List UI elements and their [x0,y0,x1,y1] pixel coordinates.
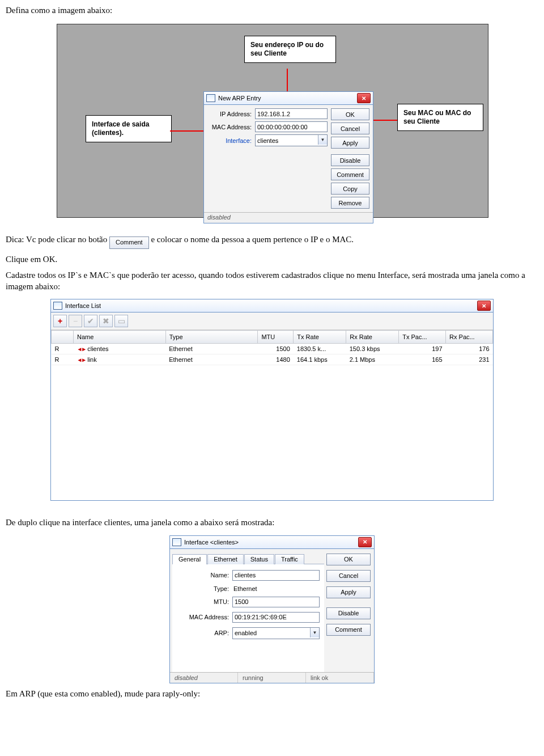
col-flag[interactable] [52,331,74,344]
arp-dialog-title: New ARP Entry [218,95,357,102]
row-rx: 2.1 Mbps [346,354,399,365]
row-rxp: 231 [446,354,493,365]
tab-status[interactable]: Status [244,554,274,564]
type-value: Ethernet [232,585,320,592]
mtu-input[interactable]: 1500 [232,597,320,607]
tip-after: e colocar o nome da pessoa a quem perten… [151,235,354,244]
arp-status: disabled [204,212,373,223]
row-name: clientes [87,345,108,352]
interface-icon: ◄► [76,346,86,352]
name-input[interactable]: clientes [232,570,320,581]
macaddr-input[interactable]: 00:19:21:9C:69:0E [232,612,320,623]
col-rxrate[interactable]: Rx Rate [346,331,399,344]
name-label: Name: [177,572,232,578]
ok-button[interactable]: OK [331,108,369,120]
interface-table[interactable]: Name Type MTU Tx Rate Rx Rate Tx Pac... … [51,330,493,365]
ifprop-title: Interface <clientes> [184,539,358,546]
arp-dialog-titlebar[interactable]: New ARP Entry ✕ [204,92,373,105]
ip-input[interactable]: 192.168.1.2 [255,108,328,119]
ifprop-status-bar: disabled running link ok [170,672,374,683]
comment-button[interactable]: Comment [331,168,369,180]
mac-label: MAC Address: [206,124,255,130]
callout-ip: Seu endereço IP ou do seu Cliente [244,36,336,63]
status-running: running [238,673,306,683]
iflist-toolbar: + − ✔ ✖ ▭ [51,312,493,330]
check-icon[interactable]: ✔ [84,315,97,327]
tip-before: Dica: Vc pode clicar no botão [6,235,109,244]
interface-label: Interface: [206,137,255,144]
iflist-title: Interface List [65,302,477,309]
window-icon [206,94,215,102]
arrow-line [170,130,205,132]
ip-label: IP Address: [206,111,255,117]
comment-button-inline[interactable]: Comment [109,236,149,249]
status-disabled: disabled [170,673,238,683]
row-type: Ethernet [165,354,258,365]
row-rx: 150.3 kbps [346,344,399,354]
row-tx: 1830.5 k... [294,344,346,354]
col-name[interactable]: Name [73,331,165,344]
dblclick-text: De duplo clique na interface clientes, u… [6,517,538,528]
tab-traffic[interactable]: Traffic [275,554,304,564]
arp-select[interactable]: enabled ▼ [232,627,320,639]
mac-input[interactable]: 00:00:00:00:00:00 [255,121,328,132]
apply-button[interactable]: Apply [326,586,371,598]
row-flag: R [52,344,74,354]
close-icon[interactable]: ✕ [477,301,491,311]
click-ok-text: Clique em OK. [6,254,538,265]
col-txrate[interactable]: Tx Rate [294,331,346,344]
row-mtu: 1480 [258,354,294,365]
row-tx: 164.1 kbps [294,354,346,365]
row-type: Ethernet [165,344,258,354]
ok-button[interactable]: OK [326,554,371,565]
macaddr-label: MAC Address: [177,614,232,620]
cancel-button[interactable]: Cancel [331,123,369,134]
close-icon[interactable]: ✕ [357,93,371,103]
remove-icon[interactable]: − [69,315,82,327]
table-row[interactable]: R ◄►clientes Ethernet 1500 1830.5 k... 1… [52,344,493,354]
table-row[interactable]: R ◄►link Ethernet 1480 164.1 kbps 2.1 Mb… [52,354,493,365]
disable-button[interactable]: Disable [326,607,371,619]
add-icon[interactable]: + [53,315,67,327]
tab-ethernet[interactable]: Ethernet [207,554,244,564]
chevron-down-icon[interactable]: ▼ [310,628,319,637]
close-icon[interactable]: ✕ [358,537,372,547]
type-label: Type: [177,585,232,592]
disable-icon[interactable]: ✖ [99,315,113,327]
callout-interface: Interface de saida (clientes). [86,115,172,142]
callout-mac: Seu MAC ou MAC do seu Cliente [397,104,483,131]
cancel-button[interactable]: Cancel [326,570,371,582]
row-name: link [87,356,97,363]
ifprop-tabs: General Ethernet Status Traffic [170,549,326,564]
col-type[interactable]: Type [165,331,258,344]
col-txpac[interactable]: Tx Pac... [399,331,446,344]
ifprop-titlebar[interactable]: Interface <clientes> ✕ [170,536,374,549]
intro-text: Defina como a imagem abaixo: [6,5,538,16]
comment-icon[interactable]: ▭ [114,315,128,327]
row-txp: 197 [399,344,446,354]
interface-list-window: Interface List ✕ + − ✔ ✖ ▭ Name Type MTU… [50,299,494,501]
col-mtu[interactable]: MTU [258,331,294,344]
chevron-down-icon[interactable]: ▼ [318,135,327,145]
col-rxpac[interactable]: Rx Pac... [446,331,493,344]
figure-arp-annotated: Seu endereço IP ou do seu Cliente Interf… [57,24,487,218]
comment-button[interactable]: Comment [326,624,371,636]
arp-dialog: New ARP Entry ✕ IP Address: 192.168.1.2 … [203,91,373,223]
disable-button[interactable]: Disable [331,154,369,166]
interface-value: clientes [257,137,278,144]
interface-select[interactable]: clientes ▼ [255,134,328,146]
iflist-titlebar[interactable]: Interface List ✕ [51,299,493,312]
tab-general[interactable]: General [172,554,207,564]
apply-button[interactable]: Apply [331,137,369,149]
arp-note-text: Em ARP (que esta como enabled), mude par… [6,688,538,699]
row-mtu: 1500 [258,344,294,354]
copy-button[interactable]: Copy [331,183,369,195]
row-flag: R [52,354,74,365]
window-icon [53,302,62,310]
arp-label: ARP: [177,630,232,636]
mtu-label: MTU: [177,598,232,605]
remove-button[interactable]: Remove [331,197,369,209]
cadastre-text: Cadastre todos os IP`s e MAC`s que poder… [6,269,538,293]
row-txp: 165 [399,354,446,365]
interface-icon: ◄► [76,357,86,363]
